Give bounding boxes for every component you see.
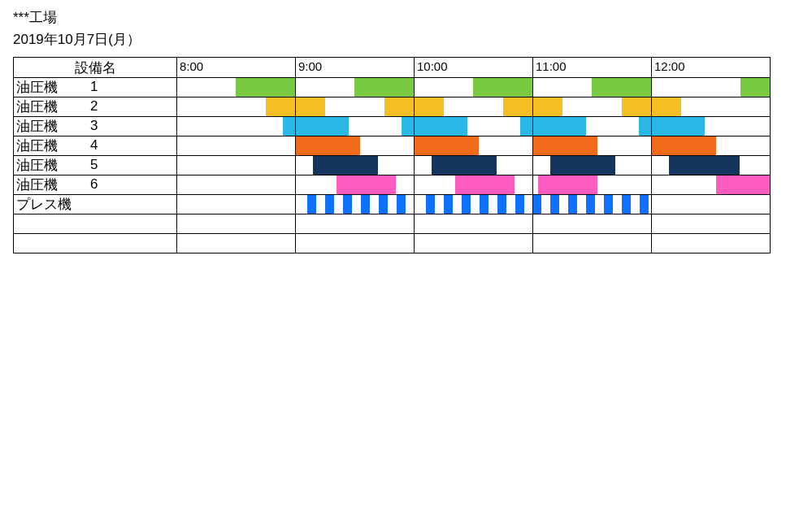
gantt-bar xyxy=(354,77,414,97)
time-label: 9:00 xyxy=(298,59,322,73)
gantt-bar xyxy=(236,77,295,97)
hour-divider xyxy=(295,58,296,253)
gantt-bar xyxy=(639,116,704,136)
gantt-bar xyxy=(473,77,532,97)
gantt-chart: 設備名 8:009:0010:0011:0012:00油圧機1油圧機2油圧機3油… xyxy=(13,57,771,254)
gantt-bar xyxy=(532,194,651,214)
gantt-bar xyxy=(740,77,771,97)
time-label: 8:00 xyxy=(180,59,203,73)
gantt-bar xyxy=(337,175,396,194)
equipment-row-label xyxy=(16,233,174,253)
time-label: 12:00 xyxy=(654,59,685,73)
time-label: 11:00 xyxy=(536,59,567,73)
gantt-bar xyxy=(520,116,585,136)
time-label: 10:00 xyxy=(417,59,448,73)
gantt-bar xyxy=(307,194,414,214)
gantt-bar xyxy=(538,175,597,194)
equipment-row-label xyxy=(16,214,174,233)
equipment-row-label: プレス機 xyxy=(16,194,174,214)
gantt-bar xyxy=(283,116,348,136)
hour-divider xyxy=(532,58,533,253)
equipment-row-label: 油圧機4 xyxy=(16,136,174,155)
gantt-bar xyxy=(432,155,497,175)
schedule-date: 2019年10月7日(月） xyxy=(13,30,812,49)
gantt-bar xyxy=(414,136,479,155)
equipment-row-label: 油圧機2 xyxy=(16,97,174,116)
factory-name: ***工場 xyxy=(13,8,812,27)
gantt-bar xyxy=(716,175,770,194)
equipment-row-label: 油圧機6 xyxy=(16,175,174,194)
gantt-bar xyxy=(669,155,740,175)
gantt-bar xyxy=(402,116,467,136)
gantt-bar xyxy=(455,175,515,194)
gantt-bar xyxy=(313,155,378,175)
gantt-bar xyxy=(532,136,597,155)
gantt-bar xyxy=(592,77,651,97)
equipment-row-label: 油圧機3 xyxy=(16,116,174,136)
gantt-bar xyxy=(651,136,716,155)
gantt-bar xyxy=(426,194,532,214)
gantt-bar xyxy=(295,136,360,155)
gantt-bar xyxy=(550,155,615,175)
hour-divider xyxy=(414,58,415,253)
hour-divider xyxy=(651,58,652,253)
equipment-row-label: 油圧機5 xyxy=(16,155,174,175)
equipment-row-label: 油圧機1 xyxy=(16,77,174,97)
